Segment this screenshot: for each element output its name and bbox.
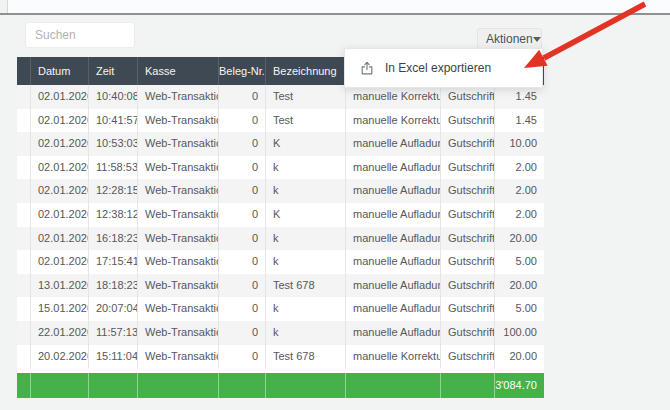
excel-export-icon bbox=[359, 60, 375, 77]
cell-datum: 02.01.2026 bbox=[30, 250, 88, 274]
footer-cell bbox=[440, 373, 494, 398]
cell-col-7: Gutschrift bbox=[440, 132, 494, 156]
cell-bezeichnung: k bbox=[265, 227, 345, 251]
table-row[interactable]: 02.01.202617:15:41Web-Transaktion0kmanue… bbox=[17, 250, 544, 274]
cell-kasse: Web-Transaktion bbox=[137, 179, 218, 203]
cell-col-6: manuelle Aufladung bbox=[345, 297, 440, 321]
table-footer-row: 3'084.70 bbox=[17, 373, 544, 398]
cell-col-6: manuelle Korrektur bbox=[345, 109, 440, 133]
cell-col-6: manuelle Aufladung bbox=[345, 179, 440, 203]
cell-col-8: 2.00 bbox=[494, 203, 544, 227]
column-header-beleg-nr[interactable]: Beleg-Nr. bbox=[218, 57, 265, 85]
cell-kasse: Web-Transaktion bbox=[137, 227, 218, 251]
cell-kasse: Web-Transaktion bbox=[137, 250, 218, 274]
cell-beleg-nr: 0 bbox=[218, 345, 265, 369]
actions-button-label: Aktionen bbox=[486, 32, 533, 46]
footer-cell bbox=[345, 373, 440, 398]
table-row[interactable]: 02.01.202610:40:08Web-Transaktion0Testma… bbox=[17, 85, 544, 109]
cell-zeit: 10:40:08 bbox=[88, 85, 137, 109]
cell-col-7: Gutschrift bbox=[440, 203, 494, 227]
top-edge-divider bbox=[0, 0, 8, 13]
cell-col-6: manuelle Aufladung bbox=[345, 203, 440, 227]
cell-zeit: 12:38:12 bbox=[88, 203, 137, 227]
column-header-datum[interactable]: Datum bbox=[30, 57, 88, 85]
cell-beleg-nr: 0 bbox=[218, 297, 265, 321]
cell-bezeichnung: Test bbox=[265, 109, 345, 133]
cell-col-8: 1.45 bbox=[494, 85, 544, 109]
cell-datum: 22.01.2026 bbox=[30, 321, 88, 345]
cell-col-7: Gutschrift bbox=[440, 345, 494, 369]
table-row[interactable]: 02.01.202610:41:57Web-Transaktion0Testma… bbox=[17, 109, 544, 133]
cell-datum: 02.01.2026 bbox=[30, 109, 88, 133]
table-row[interactable]: 02.01.202611:58:53Web-Transaktion0kmanue… bbox=[17, 156, 544, 180]
cell-col-6: manuelle Aufladung bbox=[345, 132, 440, 156]
cell-bezeichnung: k bbox=[265, 179, 345, 203]
cell-col-6: manuelle Aufladung bbox=[345, 227, 440, 251]
cell-datum: 20.02.2026 bbox=[30, 345, 88, 369]
caret-down-icon bbox=[533, 37, 541, 42]
cell-bezeichnung: k bbox=[265, 156, 345, 180]
cell-datum: 02.01.2026 bbox=[30, 132, 88, 156]
table-row[interactable]: 02.01.202616:18:23Web-Transaktion0kmanue… bbox=[17, 227, 544, 251]
cell-col-6: manuelle Aufladung bbox=[345, 274, 440, 298]
table-row[interactable]: 20.02.202615:11:04Web-Transaktion0Test 6… bbox=[17, 345, 544, 369]
cell-kasse: Web-Transaktion bbox=[137, 321, 218, 345]
cell-kasse: Web-Transaktion bbox=[137, 109, 218, 133]
actions-button[interactable]: Aktionen bbox=[477, 28, 542, 50]
table-row[interactable]: 02.01.202612:38:12Web-Transaktion0Kmanue… bbox=[17, 203, 544, 227]
cell-col-7: Gutschrift bbox=[440, 297, 494, 321]
table-row[interactable]: 15.01.202620:07:04Web-Transaktion0kmanue… bbox=[17, 297, 544, 321]
cell-col-8: 5.00 bbox=[494, 297, 544, 321]
cell-zeit: 15:11:04 bbox=[88, 345, 137, 369]
table-row[interactable]: 22.01.202611:57:13Web-Transaktion0kmanue… bbox=[17, 321, 544, 345]
cell-bezeichnung: k bbox=[265, 297, 345, 321]
top-edge-bar bbox=[0, 0, 670, 15]
cell-kasse: Web-Transaktion bbox=[137, 274, 218, 298]
cell-col-7: Gutschrift bbox=[440, 179, 494, 203]
cell-zeit: 10:41:57 bbox=[88, 109, 137, 133]
cell-zeit: 10:53:03 bbox=[88, 132, 137, 156]
cell-kasse: Web-Transaktion bbox=[137, 85, 218, 109]
cell-datum: 02.01.2026 bbox=[30, 227, 88, 251]
column-header-zeit[interactable]: Zeit bbox=[88, 57, 137, 85]
cell-zeit: 11:57:13 bbox=[88, 321, 137, 345]
cell-col-7: Gutschrift bbox=[440, 250, 494, 274]
cell-beleg-nr: 0 bbox=[218, 250, 265, 274]
table-row[interactable]: 13.01.202618:18:23Web-Transaktion0Test 6… bbox=[17, 274, 544, 298]
cell-col-8: 20.00 bbox=[494, 274, 544, 298]
cell-col-7: Gutschrift bbox=[440, 156, 494, 180]
cell-col-6: manuelle Aufladung bbox=[345, 321, 440, 345]
cell-beleg-nr: 0 bbox=[218, 321, 265, 345]
cell-datum: 15.01.2026 bbox=[30, 297, 88, 321]
cell-col-6: manuelle Aufladung bbox=[345, 156, 440, 180]
cell-col-7: Gutschrift bbox=[440, 321, 494, 345]
menu-item-export-excel[interactable]: In Excel exportieren bbox=[385, 61, 491, 75]
footer-cell bbox=[265, 373, 345, 398]
cell-zeit: 12:28:15 bbox=[88, 179, 137, 203]
footer-cell bbox=[88, 373, 137, 398]
footer-total: 3'084.70 bbox=[494, 373, 544, 398]
cell-bezeichnung: Test 678 bbox=[265, 274, 345, 298]
cell-datum: 02.01.2026 bbox=[30, 156, 88, 180]
cell-bezeichnung: K bbox=[265, 132, 345, 156]
cell-kasse: Web-Transaktion bbox=[137, 297, 218, 321]
cell-col-8: 10.00 bbox=[494, 132, 544, 156]
cell-beleg-nr: 0 bbox=[218, 227, 265, 251]
column-header-kasse[interactable]: Kasse bbox=[137, 57, 218, 85]
cell-kasse: Web-Transaktion bbox=[137, 156, 218, 180]
cell-kasse: Web-Transaktion bbox=[137, 345, 218, 369]
cell-beleg-nr: 0 bbox=[218, 274, 265, 298]
cell-zeit: 18:18:23 bbox=[88, 274, 137, 298]
table-row[interactable]: 02.01.202610:53:03Web-Transaktion0Kmanue… bbox=[17, 132, 544, 156]
table-row[interactable]: 02.01.202612:28:15Web-Transaktion0kmanue… bbox=[17, 179, 544, 203]
cell-col-8: 20.00 bbox=[494, 227, 544, 251]
search-input[interactable] bbox=[25, 22, 135, 48]
cell-beleg-nr: 0 bbox=[218, 203, 265, 227]
cell-col-8: 2.00 bbox=[494, 179, 544, 203]
cell-bezeichnung: Test 678 bbox=[265, 345, 345, 369]
column-header-bezeichnung[interactable]: Bezeichnung bbox=[265, 57, 345, 85]
cell-beleg-nr: 0 bbox=[218, 109, 265, 133]
cell-zeit: 20:07:04 bbox=[88, 297, 137, 321]
cell-zeit: 17:15:41 bbox=[88, 250, 137, 274]
actions-dropdown-menu: In Excel exportieren bbox=[344, 48, 543, 88]
